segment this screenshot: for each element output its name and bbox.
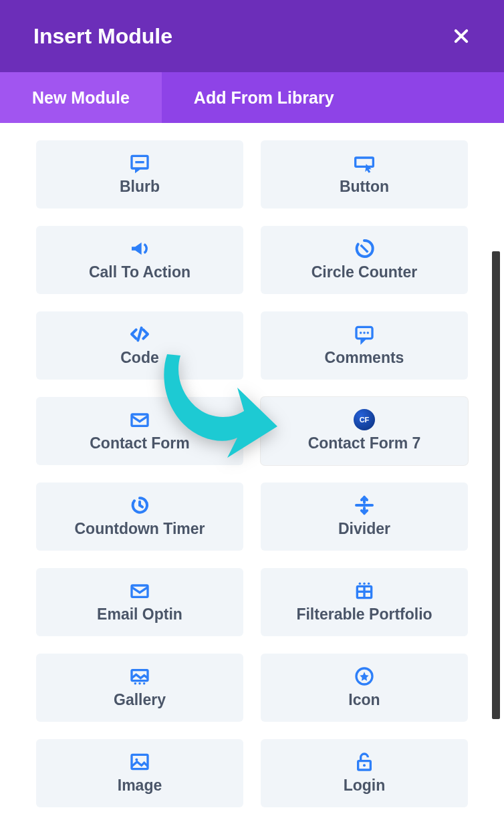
svg-line-15 [140,505,142,507]
module-code[interactable]: Code [36,311,243,380]
scrollbar-thumb[interactable] [492,251,500,719]
close-icon [452,27,471,45]
svg-point-6 [360,245,362,247]
module-label: Blurb [120,178,160,196]
button-icon [354,154,375,172]
close-button[interactable] [452,27,471,45]
tab-label: New Module [32,88,130,108]
grid-icon [354,581,375,600]
modal-header: Insert Module [0,0,504,72]
module-label: Comments [325,349,404,367]
tab-add-from-library[interactable]: Add From Library [162,72,366,123]
module-image[interactable]: Image [36,739,243,807]
module-label: Contact Form [90,434,190,452]
module-email-optin[interactable]: Email Optin [36,568,243,636]
module-contact-form-7[interactable]: CF Contact Form 7 [261,397,468,465]
module-comments[interactable]: Comments [261,311,468,380]
module-label: Login [344,777,386,795]
module-grid: Blurb Button Call To Action [0,123,504,821]
scrollbar[interactable] [492,251,500,719]
modal-title: Insert Module [33,24,172,49]
mail-icon [129,410,150,429]
module-login[interactable]: Login [261,739,468,807]
svg-point-12 [367,331,369,333]
svg-point-10 [360,331,362,333]
svg-point-11 [363,331,365,333]
module-label: Divider [338,520,390,538]
svg-point-29 [143,682,145,684]
circle-counter-icon [354,239,375,258]
star-circle-icon [354,667,375,686]
svg-point-24 [363,582,365,584]
svg-point-28 [138,682,140,684]
comments-icon [354,325,375,344]
svg-line-8 [138,327,141,340]
module-circle-counter[interactable]: Circle Counter [261,226,468,294]
module-label: Icon [348,691,380,709]
module-filterable-portfolio[interactable]: Filterable Portfolio [261,568,468,636]
tab-label: Add From Library [194,88,334,108]
cf7-icon: CF [354,410,375,429]
svg-point-7 [366,250,368,252]
module-blurb[interactable]: Blurb [36,140,243,209]
module-divider[interactable]: Divider [261,483,468,551]
mail-icon [129,581,150,600]
megaphone-icon [129,239,150,258]
gallery-icon [129,667,150,686]
code-icon [129,325,150,344]
module-label: Button [340,178,389,196]
module-label: Email Optin [97,605,182,624]
module-countdown-timer[interactable]: Countdown Timer [36,483,243,551]
svg-rect-4 [356,158,374,166]
module-call-to-action[interactable]: Call To Action [36,226,243,294]
clock-icon [129,496,150,515]
svg-point-25 [368,582,370,584]
tab-new-module[interactable]: New Module [0,72,162,123]
image-icon [129,752,150,771]
lock-open-icon [354,752,375,771]
svg-point-27 [134,682,136,684]
module-label: Contact Form 7 [308,434,421,452]
blurb-icon [129,154,150,172]
module-label: Gallery [114,691,166,709]
module-label: Filterable Portfolio [296,605,432,624]
module-gallery[interactable]: Gallery [36,654,243,722]
module-label: Circle Counter [311,263,417,281]
module-icon[interactable]: Icon [261,654,468,722]
module-label: Code [120,349,159,367]
module-contact-form[interactable]: Contact Form [36,397,243,465]
tabs: New Module Add From Library [0,72,504,123]
svg-rect-31 [132,754,148,769]
module-label: Image [118,777,162,795]
divider-icon [354,496,375,515]
module-label: Call To Action [89,263,191,281]
svg-point-23 [359,582,361,584]
module-label: Countdown Timer [74,520,205,538]
svg-point-32 [135,758,138,761]
module-button[interactable]: Button [261,140,468,209]
svg-point-34 [363,764,366,767]
